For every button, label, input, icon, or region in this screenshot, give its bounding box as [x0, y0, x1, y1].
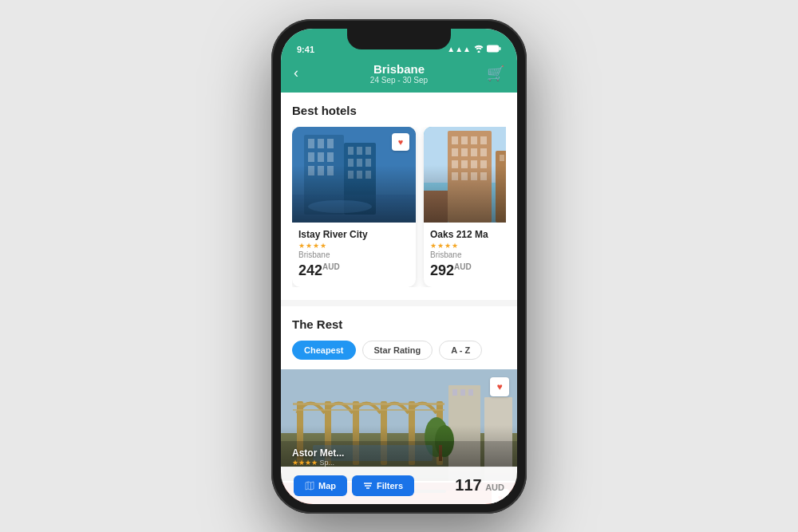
- phone-device: 9:41 ▲▲▲ ‹ Brisbane: [271, 19, 527, 514]
- hotel-1-info: Istay River City ★★★★ Brisbane 242AUD: [292, 223, 416, 287]
- rest-hotel-stars: ★★★★ Sp...: [292, 459, 344, 467]
- filter-star-rating[interactable]: Star Rating: [362, 341, 433, 360]
- bottom-actions: Map Filters: [294, 475, 414, 496]
- map-icon: [305, 481, 314, 491]
- status-icons: ▲▲▲: [447, 45, 501, 54]
- back-button[interactable]: ‹: [294, 65, 313, 81]
- hotel-2-price: 292AUD: [430, 262, 506, 279]
- best-hotels-section: Best hotels: [281, 93, 517, 300]
- hotel-1-location: Brisbane: [298, 250, 409, 259]
- hotel-card-1[interactable]: ♥ Istay River City ★★★★ Brisbane 242AUD: [292, 127, 416, 287]
- filter-row: Cheapest Star Rating A - Z: [292, 341, 506, 360]
- filter-a-z[interactable]: A - Z: [439, 341, 482, 360]
- hotel-2-location: Brisbane: [430, 250, 506, 259]
- wifi-icon: [474, 45, 484, 54]
- signal-icon: ▲▲▲: [447, 45, 471, 53]
- header-title: Brisbane: [370, 62, 428, 76]
- svg-rect-1: [500, 47, 501, 50]
- header-center: Brisbane 24 Sep - 30 Sep: [370, 62, 428, 85]
- filters-button[interactable]: Filters: [352, 475, 414, 496]
- main-content: Best hotels: [281, 93, 517, 504]
- cart-button[interactable]: 🛒: [485, 65, 504, 82]
- filter-cheapest[interactable]: Cheapest: [292, 341, 356, 360]
- status-time: 9:41: [297, 45, 314, 54]
- rest-hotel-info-overlay: Astor Met... ★★★★ Sp...: [292, 447, 344, 467]
- bottom-action-bar: Map Filters 117 AUD: [281, 467, 517, 504]
- rest-hotel-name: Astor Met...: [292, 447, 344, 459]
- app-header: ‹ Brisbane 24 Sep - 30 Sep 🛒: [281, 57, 517, 93]
- bottom-price: 117 AUD: [455, 476, 504, 495]
- phone-notch: [347, 29, 451, 49]
- header-subtitle: 24 Sep - 30 Sep: [370, 76, 428, 85]
- hotel-1-price: 242AUD: [298, 262, 409, 279]
- hotels-row: ♥ Istay River City ★★★★ Brisbane 242AUD: [292, 127, 506, 287]
- svg-rect-0: [487, 45, 499, 52]
- hotel-1-stars: ★★★★: [298, 242, 409, 250]
- hotel-2-name: Oaks 212 Ma: [430, 229, 506, 240]
- map-button[interactable]: Map: [294, 475, 347, 496]
- filters-icon: [363, 481, 373, 491]
- hotel-1-name: Istay River City: [298, 229, 409, 240]
- hotel-2-info: Oaks 212 Ma ★★★★ Brisbane 292AUD: [424, 223, 506, 287]
- the-rest-title: The Rest: [292, 317, 506, 331]
- best-hotels-title: Best hotels: [292, 104, 506, 117]
- phone-screen: 9:41 ▲▲▲ ‹ Brisbane: [281, 29, 517, 504]
- battery-icon: [487, 45, 501, 54]
- hotel-2-stars: ★★★★: [430, 242, 506, 250]
- rest-hotel-favorite[interactable]: ♥: [490, 377, 509, 396]
- hotel-1-favorite[interactable]: ♥: [392, 133, 409, 151]
- hotel-image-2: [424, 127, 506, 223]
- hotel-card-2[interactable]: Oaks 212 Ma ★★★★ Brisbane 292AUD: [424, 127, 506, 287]
